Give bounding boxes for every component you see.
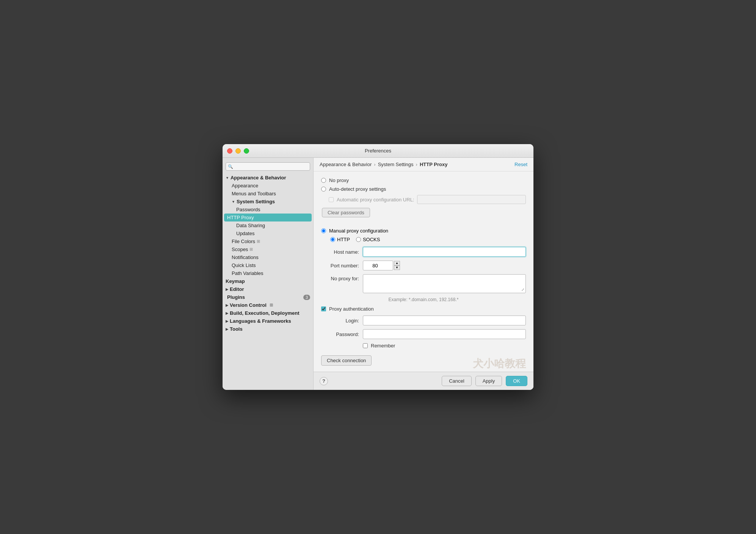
sidebar-item-menus-toolbars[interactable]: Menus and Toolbars [223, 190, 313, 198]
cancel-button[interactable]: Cancel [442, 376, 471, 386]
plugins-badge: 3 [303, 295, 310, 300]
no-proxy-label[interactable]: No proxy [329, 177, 349, 183]
remember-checkbox[interactable] [363, 343, 368, 348]
port-number-input[interactable] [363, 261, 393, 270]
sidebar-item-file-colors[interactable]: File Colors ⊞ [223, 237, 313, 245]
sidebar-item-quick-lists[interactable]: Quick Lists [223, 261, 313, 269]
proxy-auth-row: Proxy authentication [321, 306, 526, 312]
file-colors-icon: ⊞ [257, 239, 260, 244]
bottom-bar: ? Cancel Apply OK [314, 372, 533, 390]
breadcrumb-part-2: System Settings [378, 162, 414, 167]
sidebar: 🔍 ▼ Appearance & Behavior Appearance Men… [223, 158, 314, 390]
search-box[interactable]: 🔍 [226, 162, 310, 171]
sidebar-item-appearance-behavior[interactable]: ▼ Appearance & Behavior [223, 174, 313, 182]
socks-protocol-radio[interactable] [356, 237, 361, 242]
form-area: No proxy Auto-detect proxy settings Auto… [314, 171, 533, 372]
port-up-button[interactable]: ▲ [394, 261, 400, 265]
clear-passwords-button[interactable]: Clear passwords [322, 208, 370, 217]
no-proxy-radio[interactable] [321, 178, 326, 183]
maximize-button[interactable] [244, 148, 249, 154]
remember-label[interactable]: Remember [371, 343, 395, 349]
breadcrumb-part-1: Appearance & Behavior [320, 162, 372, 167]
collapse-triangle: ▼ [226, 176, 229, 180]
bottom-actions: Cancel Apply OK [442, 376, 527, 386]
help-button[interactable]: ? [320, 377, 328, 385]
main-panel: Appearance & Behavior › System Settings … [314, 158, 533, 390]
port-down-button[interactable]: ▼ [394, 265, 400, 270]
socks-radio-row: SOCKS [356, 237, 380, 242]
port-number-row: Port number: ▲ ▼ [321, 261, 526, 270]
auto-config-url-input[interactable] [417, 195, 526, 204]
minimize-button[interactable] [235, 148, 241, 154]
sidebar-item-notifications[interactable]: Notifications [223, 253, 313, 261]
auto-config-row: Automatic proxy configuration URL: [321, 195, 526, 204]
login-row: Login: [321, 316, 526, 325]
host-name-input[interactable] [363, 247, 526, 257]
collapse-triangle: ▶ [226, 327, 228, 331]
preferences-window: Preferences 🔍 ▼ Appearance & Behavior Ap… [223, 144, 533, 390]
sidebar-item-version-control[interactable]: ▶ Version Control ⊞ [223, 301, 313, 309]
no-proxy-for-input[interactable] [363, 274, 526, 293]
manual-proxy-label[interactable]: Manual proxy configuration [329, 228, 388, 234]
collapse-triangle: ▶ [226, 319, 228, 323]
window-controls [227, 148, 249, 154]
manual-proxy-header: Manual proxy configuration [321, 228, 526, 234]
no-proxy-for-label: No proxy for: [321, 274, 363, 281]
no-proxy-for-row: No proxy for: ⤢ [321, 274, 526, 293]
protocol-row: HTTP SOCKS [330, 237, 526, 242]
port-spinner: ▲ ▼ [394, 261, 400, 270]
no-proxy-for-wrapper: ⤢ [363, 274, 526, 293]
example-text: Example: *.domain.com, 192.168.* [321, 297, 526, 302]
http-radio-row: HTTP [330, 237, 350, 242]
collapse-triangle: ▶ [226, 311, 228, 315]
login-input[interactable] [363, 316, 526, 325]
sidebar-item-tools[interactable]: ▶ Tools [223, 325, 313, 333]
check-connection-button[interactable]: Check connection [321, 355, 372, 366]
sidebar-item-passwords[interactable]: Passwords [223, 206, 313, 214]
ok-button[interactable]: OK [506, 376, 527, 386]
titlebar: Preferences [223, 144, 533, 158]
sidebar-item-system-settings[interactable]: ▼ System Settings [223, 198, 313, 206]
scopes-icon: ⊞ [249, 247, 253, 252]
search-icon: 🔍 [228, 164, 233, 169]
sidebar-item-plugins[interactable]: Plugins 3 [223, 293, 313, 301]
proxy-auth-label[interactable]: Proxy authentication [329, 306, 374, 312]
socks-protocol-label[interactable]: SOCKS [363, 237, 380, 242]
password-label: Password: [321, 331, 363, 337]
expand-icon: ⤢ [521, 287, 524, 292]
reset-link[interactable]: Reset [514, 162, 527, 167]
host-name-label: Host name: [321, 249, 363, 255]
search-input[interactable] [226, 162, 310, 171]
sidebar-item-build-execution[interactable]: ▶ Build, Execution, Deployment [223, 309, 313, 317]
sidebar-item-updates[interactable]: Updates [223, 229, 313, 237]
auto-config-checkbox[interactable] [329, 197, 334, 202]
breadcrumb-arrow: › [374, 162, 375, 167]
sidebar-item-scopes[interactable]: Scopes ⊞ [223, 245, 313, 253]
close-button[interactable] [227, 148, 232, 154]
password-row: Password: [321, 329, 526, 339]
sidebar-item-data-sharing[interactable]: Data Sharing [223, 221, 313, 229]
sidebar-item-http-proxy[interactable]: HTTP Proxy [224, 214, 312, 221]
sidebar-item-path-variables[interactable]: Path Variables [223, 269, 313, 277]
sidebar-item-editor[interactable]: ▶ Editor [223, 285, 313, 293]
sidebar-item-appearance[interactable]: Appearance [223, 182, 313, 190]
collapse-triangle: ▼ [232, 200, 235, 204]
sidebar-item-keymap[interactable]: Keymap [223, 277, 313, 285]
collapse-triangle: ▶ [226, 303, 228, 307]
no-proxy-row: No proxy [321, 177, 526, 183]
apply-button[interactable]: Apply [475, 376, 502, 386]
manual-proxy-radio[interactable] [321, 228, 326, 233]
password-input[interactable] [363, 329, 526, 339]
sidebar-item-languages-frameworks[interactable]: ▶ Languages & Frameworks [223, 317, 313, 325]
version-control-icon: ⊞ [270, 303, 273, 308]
remember-row: Remember [321, 343, 526, 349]
proxy-auth-checkbox[interactable] [321, 306, 326, 311]
breadcrumb-bar: Appearance & Behavior › System Settings … [314, 158, 533, 171]
auto-detect-radio[interactable] [321, 187, 326, 192]
http-protocol-radio[interactable] [330, 237, 335, 242]
auto-detect-label[interactable]: Auto-detect proxy settings [329, 186, 386, 192]
auto-detect-row: Auto-detect proxy settings [321, 186, 526, 192]
main-content: 🔍 ▼ Appearance & Behavior Appearance Men… [223, 158, 533, 390]
http-protocol-label[interactable]: HTTP [337, 237, 350, 242]
sidebar-item-label: Appearance & Behavior [231, 175, 286, 181]
